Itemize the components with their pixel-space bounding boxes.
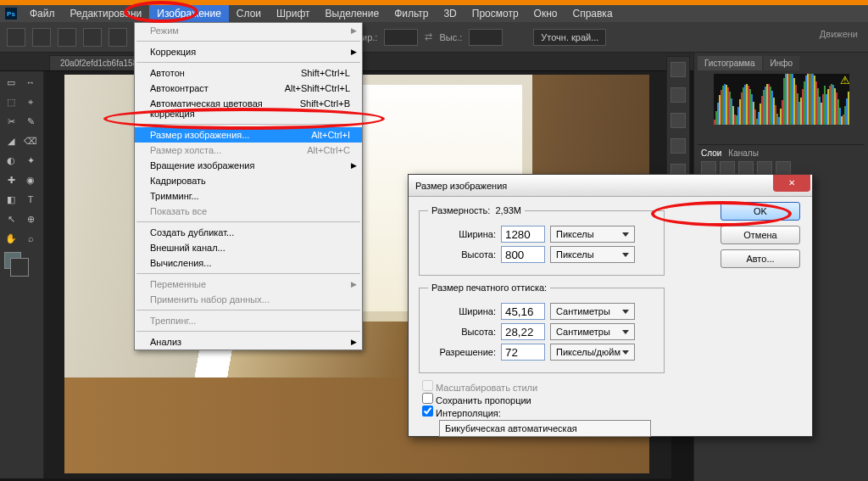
refine-edge-button[interactable]: Уточн. край... [533,29,606,46]
menu-help[interactable]: Справка [565,5,620,22]
tool-path[interactable]: ↖ [2,210,20,228]
menu-type[interactable]: Шрифт [269,5,317,22]
tool-brush[interactable]: ⌫ [21,131,40,150]
filter-type-icon[interactable] [738,161,754,175]
tab-histogram[interactable]: Гистограмма [698,56,762,70]
tab-layers[interactable]: Слои [701,148,721,158]
menu-window[interactable]: Окно [526,5,565,22]
tool-hand[interactable]: ✋ [2,229,20,248]
menu-bar: Ps Файл Редактировани Изображение Слои Ш… [0,5,868,22]
close-icon[interactable]: ✕ [773,175,810,192]
interp-dropdown[interactable]: Бикубическая автоматическая [439,420,651,437]
resolution-label: Разрешение: [428,347,496,357]
ok-button[interactable]: OK [721,202,800,221]
width-field[interactable] [384,29,418,46]
height-field[interactable] [469,29,503,46]
tool-palette: ▭ ↔ ⬚ ⌖ ✂ ✎ ◢ ⌫ ◐ ✦ ✚ ◉ ◧ T ↖ ⊕ ✋ ⌕ [0,71,44,478]
dim-label: Размерность: [431,205,490,215]
tool-type[interactable]: T [21,190,40,209]
tool-eyedropper[interactable]: ✎ [21,112,40,131]
menu-trim[interactable]: Тримминг... [135,188,362,204]
auto-button[interactable]: Авто... [721,249,800,268]
print-width-unit[interactable]: Сантиметры [550,303,635,320]
menu-reveal[interactable]: Показать все [135,204,362,219]
menu-layers[interactable]: Слои [229,5,269,22]
menu-image[interactable]: Изображение [149,5,229,22]
resolution-input[interactable] [501,344,545,361]
selection-new-icon[interactable] [32,28,51,47]
print-width-label: Ширина: [428,306,496,316]
menu-rotate[interactable]: Вращение изображения▶ [135,158,362,173]
tool-preset-icon[interactable] [7,28,25,47]
menu-file[interactable]: Файл [22,5,63,22]
interp-check[interactable]: Интерполяция: [422,408,501,418]
tab-channels[interactable]: Каналы [728,148,759,158]
menu-calculations[interactable]: Вычисления... [135,255,362,271]
panel-icon[interactable] [670,113,686,128]
tool-stamp[interactable]: ◐ [2,151,20,170]
filter-pixel-icon[interactable] [701,161,716,175]
tool-move[interactable]: ↔ [21,73,40,92]
pixel-height-unit[interactable]: Пикселы [550,246,635,263]
filter-smart-icon[interactable] [776,161,791,175]
dim-value: 2,93M [495,205,521,215]
tool-shape[interactable]: ⊕ [21,210,40,228]
color-swatches[interactable] [4,252,21,269]
pixel-width-label: Ширина: [428,229,496,239]
menu-autotone[interactable]: АвтотонShift+Ctrl+L [135,65,362,81]
panel-icon[interactable] [670,62,686,77]
pixel-height-input[interactable] [501,246,545,263]
menu-variables[interactable]: Переменные▶ [135,277,362,292]
menu-autocolor[interactable]: Автоматическая цветовая коррекцияShift+C… [135,96,362,121]
menu-edit[interactable]: Редактировани [63,5,150,22]
menu-3d[interactable]: 3D [436,5,464,22]
image-menu-dropdown: Режим▶ Коррекция▶ АвтотонShift+Ctrl+L Ав… [134,22,363,350]
menu-apply-image[interactable]: Внешний канал... [135,240,362,255]
selection-sub-icon[interactable] [83,28,102,47]
tool-wand[interactable]: ⌖ [21,92,40,111]
resolution-unit[interactable]: Пикселы/дюйм [550,344,635,361]
selection-add-icon[interactable] [58,28,76,47]
scale-styles-check: Масштабировать стили [422,383,537,393]
dialog-title: Размер изображения [415,181,507,191]
print-width-input[interactable] [501,303,545,320]
constrain-check[interactable]: Сохранить пропорции [422,395,531,405]
tool-eraser[interactable]: ✚ [2,171,20,189]
pixel-width-input[interactable] [501,226,545,243]
menu-apply-data[interactable]: Применить набор данных... [135,292,362,307]
menu-trap[interactable]: Треппинг... [135,313,362,328]
menu-view[interactable]: Просмотр [465,5,526,22]
selection-int-icon[interactable] [108,28,127,47]
cancel-button[interactable]: Отмена [721,226,800,244]
app-icon: Ps [5,8,17,20]
filter-shape-icon[interactable] [757,161,772,175]
menu-corrections[interactable]: Коррекция▶ [135,44,362,59]
warning-icon: ⚠ [840,74,850,87]
panel-icon[interactable] [670,87,686,103]
filter-adj-icon[interactable] [720,161,735,175]
panel-icon[interactable] [670,138,686,154]
print-height-input[interactable] [501,323,545,340]
menu-autocontrast[interactable]: АвтоконтрастAlt+Shift+Ctrl+L [135,81,362,96]
tool-lasso[interactable]: ⬚ [2,92,20,111]
motion-label: Движени [820,29,858,39]
tool-gradient[interactable]: ◉ [21,171,40,189]
tool-blur[interactable]: ◧ [2,190,20,209]
menu-crop[interactable]: Кадрировать [135,173,362,188]
menu-analysis[interactable]: Анализ▶ [135,334,362,350]
tab-info[interactable]: Инфо [764,56,800,70]
tool-heal[interactable]: ◢ [2,131,20,150]
tool-marquee[interactable]: ▭ [2,73,20,92]
swap-icon[interactable]: ⇄ [425,31,432,42]
menu-filter[interactable]: Фильтр [387,5,436,22]
tool-crop[interactable]: ✂ [2,112,20,131]
menu-duplicate[interactable]: Создать дубликат... [135,225,362,240]
menu-canvas-size[interactable]: Размер холста...Alt+Ctrl+C [135,143,362,158]
menu-mode[interactable]: Режим▶ [135,23,362,38]
print-height-unit[interactable]: Сантиметры [550,323,635,340]
tool-zoom[interactable]: ⌕ [21,229,40,248]
pixel-width-unit[interactable]: Пикселы [550,226,635,243]
menu-image-size[interactable]: Размер изображения...Alt+Ctrl+I [135,127,362,143]
menu-select[interactable]: Выделение [318,5,387,22]
tool-history[interactable]: ✦ [21,151,40,170]
